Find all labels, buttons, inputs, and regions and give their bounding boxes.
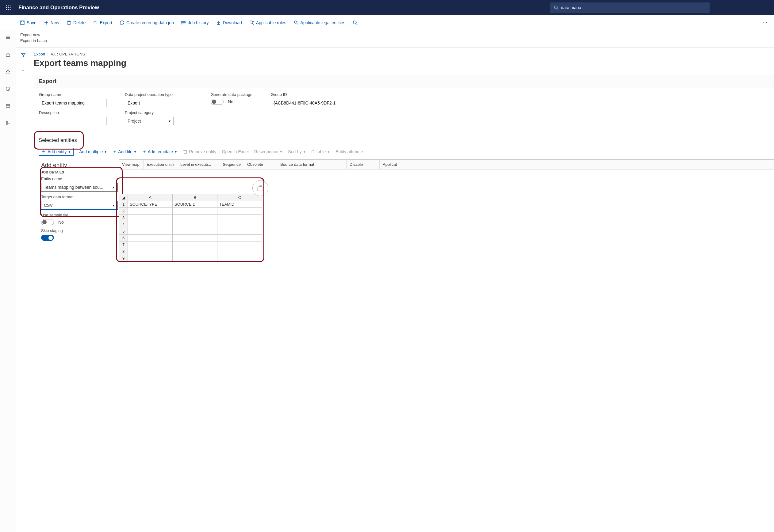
search-command-button[interactable] — [349, 18, 360, 27]
home-icon[interactable] — [2, 49, 13, 60]
export-batch-link[interactable]: Export in batch — [20, 38, 771, 44]
row-6[interactable]: 6 — [119, 235, 128, 241]
applicable-le-button[interactable]: Applicable legal entities — [291, 18, 348, 27]
disable-button[interactable]: Disable▼ — [311, 149, 330, 154]
col-a[interactable]: A — [128, 194, 173, 201]
svg-point-26 — [250, 21, 252, 23]
add-entity-panel: Add entity JOB DETAILS Entity name Teams… — [37, 162, 122, 243]
row-3[interactable]: 3 — [119, 215, 128, 221]
row-7[interactable]: 7 — [119, 241, 128, 248]
svg-rect-11 — [21, 21, 24, 25]
add-file-button[interactable]: ＋Add file▼ — [112, 149, 137, 154]
op-type-input[interactable] — [125, 99, 192, 107]
entity-name-select[interactable]: Teams mapping between sou... ▼ — [41, 183, 118, 192]
create-recurring-button[interactable]: Create recurring data job — [116, 18, 177, 27]
description-input[interactable] — [39, 117, 106, 125]
breadcrumb: Export | AX : OPERATIONS — [34, 52, 774, 56]
save-button[interactable]: Save — [17, 18, 40, 27]
svg-point-0 — [6, 6, 7, 6]
app-launcher[interactable] — [3, 2, 13, 13]
add-template-button[interactable]: ＋Add template▼ — [142, 149, 177, 154]
col-b[interactable]: B — [173, 194, 217, 201]
target-fmt-select[interactable]: CSV ▼ — [41, 201, 118, 210]
overflow-menu[interactable]: ⋯ — [759, 18, 771, 27]
cell-b1[interactable]: SOURCEID — [173, 201, 217, 208]
col-sequence[interactable]: Sequence — [211, 160, 244, 169]
resequence-button[interactable]: Resequence▼ — [254, 149, 283, 154]
export-mode-subheader: Export now Export in batch — [16, 30, 774, 47]
delete-button[interactable]: Delete — [63, 18, 89, 27]
svg-point-23 — [181, 24, 182, 24]
remove-entity-button[interactable]: Remove entity — [183, 149, 216, 154]
global-search[interactable] — [550, 2, 710, 13]
hamburger-icon[interactable] — [2, 32, 13, 43]
workspaces-icon[interactable] — [2, 101, 13, 112]
col-obsolete[interactable]: Obsolete — [244, 160, 277, 169]
chevron-down-icon: ▼ — [68, 150, 71, 154]
search-icon — [353, 20, 357, 25]
row-4[interactable]: 4 — [119, 221, 128, 228]
proj-cat-label: Project category — [125, 110, 192, 115]
job-history-button[interactable]: Job history — [178, 18, 212, 27]
row-1[interactable]: 1 — [119, 201, 128, 208]
page-rail — [16, 47, 31, 532]
group-name-input[interactable] — [39, 99, 106, 107]
col-application[interactable]: Applicat — [379, 160, 774, 169]
export-section-header: Export — [34, 75, 774, 88]
row-8[interactable]: 8 — [119, 248, 128, 255]
cell-c1[interactable]: TEAMID — [217, 201, 262, 208]
entity-attribute-button[interactable]: Entity attribute — [335, 149, 363, 154]
col-disable[interactable]: Disable — [346, 160, 379, 169]
export-now-link[interactable]: Export now — [20, 32, 771, 38]
svg-point-22 — [181, 22, 182, 23]
save-icon — [20, 20, 25, 25]
recurring-icon — [120, 20, 124, 25]
row-9[interactable]: 9 — [119, 255, 128, 262]
export-icon — [93, 20, 98, 25]
trash-icon — [183, 149, 188, 154]
chevron-down-icon: ▼ — [112, 204, 115, 207]
export-button[interactable]: Export — [90, 18, 115, 27]
group-id-input[interactable] — [271, 99, 338, 107]
svg-rect-12 — [21, 21, 23, 22]
download-button[interactable]: Download — [213, 18, 245, 27]
row-2[interactable]: 2 — [119, 208, 128, 215]
chevron-down-icon: ▼ — [168, 120, 171, 123]
svg-point-3 — [6, 7, 7, 8]
job-details-label: JOB DETAILS — [37, 170, 122, 174]
row-5[interactable]: 5 — [119, 228, 128, 235]
col-execution-unit[interactable]: Execution unit ↑ — [143, 160, 177, 169]
breadcrumb-export-link[interactable]: Export — [34, 52, 45, 56]
svg-point-7 — [8, 9, 9, 10]
col-viewmap[interactable]: View map — [119, 160, 143, 169]
applicable-roles-button[interactable]: Applicable roles — [246, 18, 289, 27]
add-multiple-button[interactable]: Add multiple▼ — [79, 149, 107, 154]
related-icon[interactable] — [21, 67, 26, 73]
cell-a1[interactable]: SOURCETYPE — [128, 201, 173, 208]
svg-marker-45 — [21, 53, 25, 57]
modules-icon[interactable] — [2, 118, 13, 129]
filter-icon[interactable] — [21, 52, 26, 58]
open-excel-button[interactable]: Open in Excel — [222, 149, 249, 154]
new-button[interactable]: New — [41, 18, 62, 27]
svg-point-21 — [181, 21, 182, 22]
add-entity-button[interactable]: Add entity ▼ — [39, 148, 74, 156]
svg-rect-42 — [6, 123, 7, 124]
proj-cat-select[interactable]: Project ▼ — [125, 117, 174, 125]
col-source-format[interactable]: Source data format — [277, 160, 346, 169]
sheet-corner[interactable]: ◢ — [119, 194, 128, 201]
csv-preview-sheet: ◢ A B C 1SOURCETYPESOURCEIDTEAMID 2 3 4 … — [119, 194, 262, 262]
use-sample-toggle[interactable] — [41, 219, 54, 225]
search-input[interactable] — [561, 5, 706, 10]
favorites-icon[interactable] — [2, 66, 13, 77]
svg-point-29 — [294, 21, 297, 23]
svg-point-1 — [8, 6, 9, 6]
skip-staging-toggle[interactable] — [41, 235, 54, 241]
col-c[interactable]: C — [217, 194, 262, 201]
col-level[interactable]: Level in executi... — [177, 160, 211, 169]
svg-rect-15 — [68, 22, 70, 25]
recent-icon[interactable] — [2, 83, 13, 94]
gen-pkg-toggle[interactable] — [211, 99, 223, 105]
svg-point-8 — [10, 9, 11, 10]
sortby-button[interactable]: Sort by▼ — [288, 149, 306, 154]
